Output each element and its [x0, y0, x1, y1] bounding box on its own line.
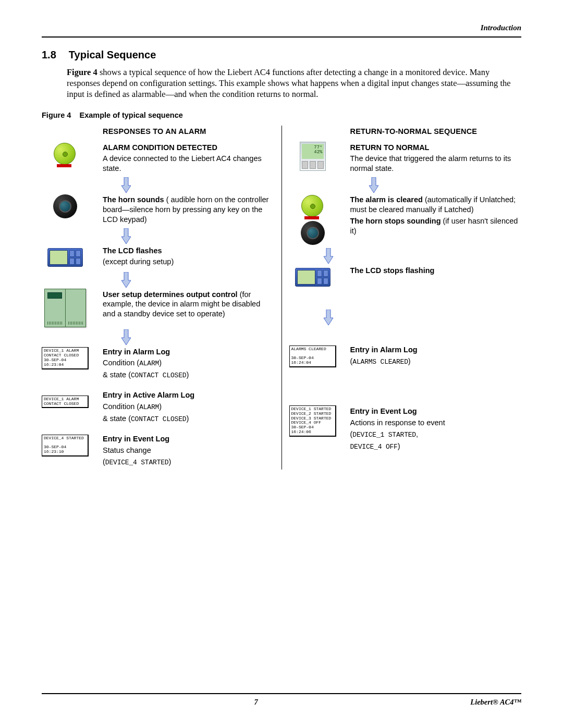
right-column-title: RETURN-TO-NORMAL SEQUENCE — [289, 127, 522, 137]
right-1-bold-b: The horn stops sounding — [350, 217, 441, 225]
device-icon — [42, 289, 89, 327]
section-intro: Figure 4 shows a typical sequence of how… — [67, 67, 521, 100]
figure-ref: Figure 4 — [67, 67, 97, 77]
left-6-text: Status change — [103, 446, 274, 455]
log-line: 30-SEP-04 16:23:10 — [44, 445, 86, 454]
right-5-text: Actions in response to event — [350, 418, 522, 428]
lcd-icon — [289, 265, 336, 290]
right-5-bold: Entry in Event Log — [350, 407, 417, 415]
light-horn-combo-icon — [289, 194, 336, 246]
down-arrow-icon — [305, 309, 352, 326]
left-1-bold: The horn sounds — [103, 195, 164, 204]
right-column: RETURN-TO-NORMAL SEQUENCE 77°42% RETURN … — [282, 126, 522, 470]
down-arrow-icon — [103, 328, 150, 346]
log-box-icon: DEVICE_4 STARTED 30-SEP-04 16:23:10 — [42, 433, 89, 458]
left-column-title: RESPONSES TO AN ALARM — [42, 127, 274, 137]
left-5-bold: Entry in Active Alarm Log — [103, 391, 194, 399]
log-box-icon: ALARMS CLEARED 30-SEP-04 16:24:04 — [289, 344, 336, 369]
left-column: RESPONSES TO AN ALARM ALARM CONDITION DE… — [42, 126, 282, 470]
section-number: 1.8 — [42, 48, 56, 61]
lcd-icon — [42, 245, 89, 270]
product-name: Liebert® AC4™ — [470, 697, 521, 707]
right-2-bold: The LCD stops flashing — [350, 266, 435, 275]
left-item-2: The LCD flashes (except during setup) — [42, 245, 274, 270]
right-0-text: The device that triggered the alarm retu… — [350, 154, 522, 174]
log-line: 30-SEP-04 16:24:04 — [291, 356, 334, 365]
section-heading: 1.8 Typical Sequence — [42, 48, 521, 61]
right-0-bold: RETURN TO NORMAL — [350, 143, 430, 152]
left-3-bold: User setup determines output control — [103, 290, 238, 299]
left-item-3: User setup determines output control (fo… — [42, 289, 274, 327]
left-item-5: DEVICE_1 ALARM CONTACT CLOSED Entry in A… — [42, 389, 274, 426]
down-arrow-icon — [103, 227, 150, 245]
right-4-bold: Entry in Alarm Log — [350, 346, 418, 354]
right-1-bold-a: The alarm is cleared — [350, 195, 423, 204]
left-2-text: (except during setup) — [103, 257, 274, 267]
page-number: 7 — [254, 697, 258, 707]
log-box-icon: DEVICE_1 STARTED DEVICE_2 STARTED DEVICE… — [289, 405, 336, 437]
left-0-bold: ALARM CONDITION DETECTED — [103, 143, 217, 152]
figure-title: Example of typical sequence — [80, 111, 183, 119]
log-line: ALARMS CLEARED — [291, 347, 334, 352]
figure-columns: RESPONSES TO AN ALARM ALARM CONDITION DE… — [42, 126, 521, 470]
section-title: Typical Sequence — [69, 48, 156, 61]
log-line: CONTACT CLOSED — [44, 402, 86, 406]
left-item-6: DEVICE_4 STARTED 30-SEP-04 16:23:10 Entr… — [42, 433, 274, 469]
right-item-2: The LCD stops flashing — [289, 265, 522, 290]
left-6-bold: Entry in Event Log — [103, 435, 169, 443]
right-item-0: 77°42% RETURN TO NORMAL The device that … — [289, 142, 522, 176]
left-0-text: A device connected to the Liebert AC4 ch… — [103, 154, 274, 174]
right-item-5: DEVICE_1 STARTED DEVICE_2 STARTED DEVICE… — [289, 405, 522, 453]
down-arrow-icon — [103, 176, 150, 194]
left-2-bold: The LCD flashes — [103, 246, 162, 255]
right-item-4: ALARMS CLEARED 30-SEP-04 16:24:04 Entry … — [289, 344, 522, 369]
chapter-header: Introduction — [42, 23, 521, 33]
page-footer: 7 Liebert® AC4™ — [42, 693, 521, 707]
log-line: DEVICE_4 STARTED — [44, 436, 86, 441]
alarm-light-icon — [42, 142, 89, 167]
intro-body: shows a typical sequence of how the Lieb… — [67, 67, 511, 100]
down-arrow-icon — [103, 271, 150, 289]
figure-label: Figure 4 — [42, 111, 71, 119]
right-item-1: The alarm is cleared (automatically if U… — [289, 194, 522, 246]
down-arrow-icon — [305, 247, 352, 265]
left-item-0: ALARM CONDITION DETECTED A device connec… — [42, 142, 274, 176]
log-box-icon: DEVICE_1 ALARM CONTACT CLOSED — [42, 389, 89, 414]
thermostat-icon: 77°42% — [289, 142, 336, 171]
horn-icon — [42, 194, 89, 219]
header-rule — [42, 36, 521, 38]
log-line: 30-SEP-04 16:23:04 — [44, 358, 86, 367]
document-page: Introduction 1.8 Typical Sequence Figure… — [0, 0, 563, 728]
log-line: 30-SEP-04 16:24:06 — [291, 425, 334, 435]
down-arrow-icon — [350, 176, 397, 194]
log-box-icon: DEVICE_1 ALARM CONTACT CLOSED 30-SEP-04 … — [42, 346, 89, 371]
figure-caption: Figure 4 Example of typical sequence — [42, 110, 521, 120]
left-item-1: The horn sounds ( audible horn on the co… — [42, 194, 274, 226]
left-4-bold: Entry in Alarm Log — [103, 348, 170, 356]
left-item-4: DEVICE_1 ALARM CONTACT CLOSED 30-SEP-04 … — [42, 346, 274, 382]
